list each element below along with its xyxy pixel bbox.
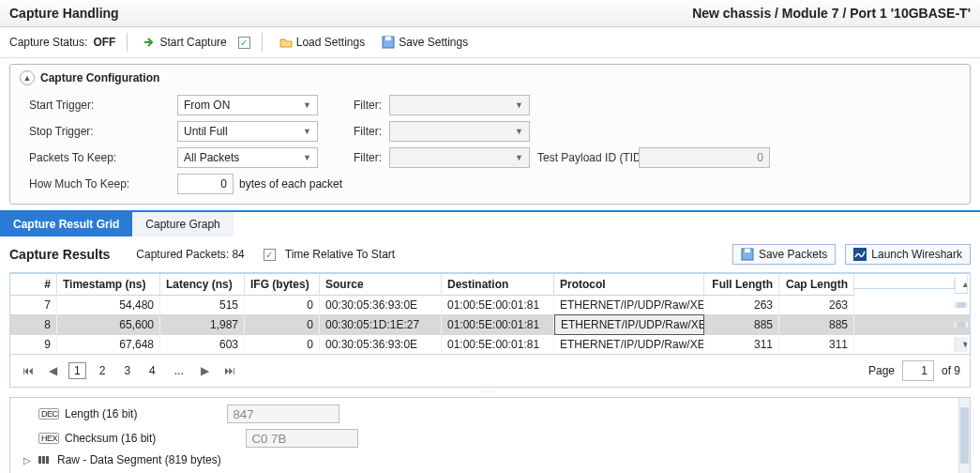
table-row[interactable]: 9 67,648 603 0 00:30:05:36:93:0E 01:00:5… — [10, 335, 970, 354]
detail-checksum-row[interactable]: HEX Checksum (16 bit) — [10, 426, 970, 450]
pager: ⏮ ◀ 1 2 3 4 ... ▶ ⏭ Page 1 of 9 — [9, 355, 971, 388]
pager-next-icon[interactable]: ▶ — [197, 362, 214, 379]
splitter-handle[interactable]: ···· — [9, 388, 971, 393]
checksum-label: Checksum (16 bit) — [65, 432, 156, 445]
start-capture-checkbox[interactable]: ✓ — [238, 37, 250, 49]
collapse-icon[interactable]: ▲ — [20, 70, 35, 85]
page-input[interactable]: 1 — [902, 360, 934, 381]
save-packets-button[interactable]: Save Packets — [732, 244, 836, 265]
detail-length-row[interactable]: DEC Length (16 bit) — [10, 402, 970, 426]
scrollbar-thumb[interactable] — [957, 322, 966, 328]
results-title: Capture Results — [9, 247, 110, 262]
time-relative-label: Time Relative To Start — [285, 248, 395, 261]
howmuch-suffix: bytes of each packet — [239, 177, 342, 191]
filter3-label: Filter: — [325, 151, 382, 164]
col-latency[interactable]: Latency (ns) — [160, 274, 245, 296]
tid-label: Test Payload ID (TID): — [537, 151, 631, 164]
pager-prev-icon[interactable]: ◀ — [44, 362, 61, 379]
play-icon — [144, 37, 156, 48]
capture-status-label: Capture Status: — [9, 36, 87, 49]
launch-wireshark-button[interactable]: Launch Wireshark — [845, 244, 971, 265]
scrollbar-thumb[interactable] — [960, 407, 969, 464]
pager-page[interactable]: 1 — [68, 362, 86, 379]
folder-open-icon — [279, 36, 293, 49]
col-ifg[interactable]: IFG (bytes) — [245, 274, 320, 296]
save-icon — [382, 36, 395, 49]
length-value — [227, 404, 339, 423]
page-label: Page — [868, 364, 895, 377]
filter2-label: Filter: — [325, 125, 382, 138]
svg-rect-7 — [46, 456, 49, 464]
wireshark-icon — [853, 248, 867, 261]
svg-rect-3 — [745, 249, 750, 252]
page-title: Capture Handling — [9, 6, 119, 21]
hex-badge: HEX — [38, 433, 59, 444]
start-trigger-combo[interactable]: From ON▼ — [177, 95, 318, 115]
segment-icon — [38, 454, 52, 465]
detail-raw-row[interactable]: ▷ Raw - Data Segment (819 bytes) — [10, 450, 970, 469]
howmuch-label: How Much To Keep: — [29, 177, 170, 191]
svg-rect-1 — [385, 37, 391, 40]
pager-first-icon[interactable]: ⏮ — [20, 362, 37, 379]
tab-result-grid[interactable]: Capture Result Grid — [0, 212, 132, 236]
expand-icon[interactable]: ▷ — [23, 455, 33, 465]
scroll-up-icon[interactable]: ▲ — [955, 276, 968, 294]
col-full-length[interactable]: Full Length — [704, 274, 779, 296]
top-toolbar: Capture Status: OFF Start Capture ✓ Load… — [0, 27, 980, 58]
scroll-down-icon[interactable]: ▼ — [955, 337, 968, 352]
save-settings-label: Save Settings — [399, 36, 468, 49]
filter3-combo: ▼ — [389, 147, 530, 168]
raw-label: Raw - Data Segment (819 bytes) — [57, 453, 221, 466]
save-settings-button[interactable]: Save Settings — [376, 34, 474, 51]
svg-rect-5 — [38, 456, 41, 464]
pager-page[interactable]: 3 — [118, 362, 136, 379]
start-capture-label: Start Capture — [159, 36, 226, 49]
howmuch-input[interactable]: 0 — [177, 174, 234, 194]
pager-last-icon[interactable]: ⏭ — [221, 362, 238, 379]
capture-config-panel: ▲ Capture Configuration Start Trigger: F… — [9, 64, 971, 205]
vertical-scrollbar[interactable] — [955, 322, 968, 328]
packet-detail: DEC Length (16 bit) HEX Checksum (16 bit… — [9, 397, 971, 473]
breadcrumb: New chassis / Module 7 / Port 1 '10GBASE… — [692, 6, 971, 21]
tid-input: 0 — [639, 147, 770, 168]
pager-page[interactable]: 4 — [143, 362, 161, 379]
col-timestamp[interactable]: Timestamp (ns) — [57, 274, 160, 296]
filter1-combo: ▼ — [389, 95, 530, 115]
filter2-combo: ▼ — [389, 121, 530, 142]
load-settings-label: Load Settings — [296, 36, 365, 49]
pager-page[interactable]: 2 — [94, 362, 112, 379]
detail-scrollbar[interactable] — [958, 398, 970, 473]
start-trigger-label: Start Trigger: — [29, 99, 170, 112]
config-title: Capture Configuration — [40, 71, 159, 84]
filter1-label: Filter: — [325, 99, 382, 112]
save-icon — [741, 248, 754, 261]
length-label: Length (16 bit) — [65, 407, 137, 420]
table-row[interactable]: 7 54,480 515 0 00:30:05:36:93:0E 01:00:5… — [10, 296, 970, 314]
col-cap-length[interactable]: Cap Length — [779, 274, 854, 296]
stop-trigger-label: Stop Trigger: — [29, 125, 170, 138]
capture-status-value: OFF — [93, 36, 115, 49]
grid-header: # Timestamp (ns) Latency (ns) IFG (bytes… — [10, 274, 970, 296]
dec-badge: DEC — [38, 408, 59, 420]
col-destination[interactable]: Destination — [442, 274, 554, 296]
table-row[interactable]: 8 65,600 1,987 0 00:30:05:1D:1E:27 01:00… — [10, 314, 970, 335]
col-protocol[interactable]: Protocol — [554, 274, 704, 296]
svg-rect-6 — [42, 456, 45, 464]
captured-count: Captured Packets: 84 — [136, 248, 244, 261]
col-index[interactable]: # — [10, 274, 57, 296]
page-of: of 9 — [942, 364, 960, 377]
packets-keep-label: Packets To Keep: — [29, 151, 170, 164]
time-relative-checkbox[interactable]: ✓ — [264, 249, 276, 261]
result-tabs: Capture Result Grid Capture Graph — [0, 210, 980, 236]
pager-more[interactable]: ... — [169, 362, 189, 379]
start-capture-button[interactable]: Start Capture — [139, 34, 232, 51]
checksum-value — [246, 429, 358, 448]
load-settings-button[interactable]: Load Settings — [274, 34, 370, 51]
packets-keep-combo[interactable]: All Packets▼ — [177, 147, 318, 168]
col-source[interactable]: Source — [320, 274, 442, 296]
tab-capture-graph[interactable]: Capture Graph — [132, 212, 233, 236]
detail-tpld-row[interactable]: ▷ Xena TPLD - Xena TPLD section (20 by — [10, 469, 970, 473]
results-grid: # Timestamp (ns) Latency (ns) IFG (bytes… — [9, 272, 971, 355]
stop-trigger-combo[interactable]: Until Full▼ — [177, 121, 318, 142]
